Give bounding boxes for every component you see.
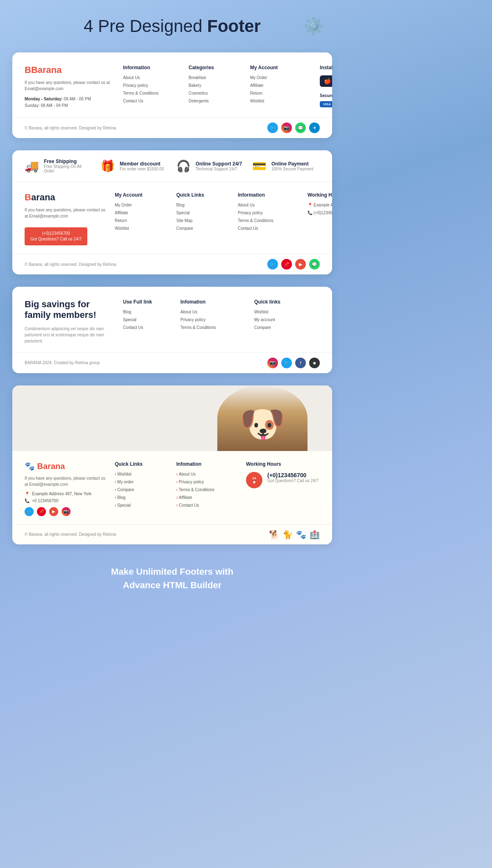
footer3-copyright: BARANA 2024. Created by Retrina group: [25, 360, 100, 365]
footer1-link-terms[interactable]: Terms & Conditions: [123, 91, 180, 95]
footer1-social: 🐦 📷 💬 ✈: [267, 122, 320, 133]
f3-instagram-icon[interactable]: 📷: [267, 358, 278, 368]
f4-youtube-icon[interactable]: ▶: [49, 507, 58, 516]
footer3-terms[interactable]: Terms & Conditions: [180, 325, 246, 330]
footer2-sitemap[interactable]: Site Map: [176, 218, 230, 223]
f4-instagram-icon[interactable]: 📷: [61, 507, 71, 516]
pet-icon-3: 🐾: [296, 530, 306, 539]
footer1-link-contact[interactable]: Contact Us: [123, 99, 180, 103]
footer2-contact[interactable]: Contact Us: [238, 226, 299, 231]
footer2-body: Barana If you have any questions, please…: [12, 182, 332, 254]
footer4-contact[interactable]: Contact Us: [176, 503, 238, 508]
telegram-icon[interactable]: ✈: [309, 122, 320, 133]
footer3-quicklinks-col: Quick links Wishlist My account Compare: [254, 299, 312, 344]
footer1-copyright: © Barana, all rights reserved. Designed …: [25, 126, 116, 130]
footer4-terms[interactable]: Terms & Conditions: [176, 487, 238, 492]
footer1-link-privacy[interactable]: Privacy policy: [123, 83, 180, 88]
footer2-info-title: Information: [238, 192, 299, 198]
dog-emoji: 🐶: [239, 403, 285, 446]
footer1-cat-title: Categories: [189, 65, 242, 70]
footer2-phone: 📞 (+0)123456700: [308, 211, 332, 215]
footer3-compare[interactable]: Compare: [254, 325, 312, 330]
footer4-wishlist[interactable]: Wishlist: [115, 472, 168, 476]
footer3-special[interactable]: Special: [123, 317, 172, 322]
footer2-social: 🐦 📌 ▶ 💬: [267, 259, 320, 270]
footer2-about[interactable]: About Us: [238, 203, 299, 207]
pet-icon-2: 🐈: [282, 530, 293, 539]
f3-dark-icon[interactable]: ■: [309, 358, 320, 368]
footer2-special[interactable]: Special: [176, 211, 230, 215]
f2-youtube-icon[interactable]: ▶: [295, 259, 306, 270]
footer1-install-title: Install App: [320, 65, 332, 70]
footer4-compare[interactable]: Compare: [115, 487, 168, 492]
payment-title: Secured Payment Gateways: [320, 93, 332, 98]
feature-shipping: 🚚 Free Shipping Free Shipping On All Ord…: [25, 159, 92, 173]
footer1-link-breakfast[interactable]: Breakfast: [189, 75, 242, 80]
app-store-btn[interactable]: 🍎 Download on the App Store: [320, 75, 332, 87]
footer1-link-about[interactable]: About Us: [123, 75, 180, 80]
call-button[interactable]: (+0)123456700 Got Questions? Call us 24/…: [25, 227, 87, 245]
footer4-affiliate[interactable]: Affiliate: [176, 495, 238, 500]
footer4-quicklinks-col: Quick Links Wishlist My order Compare Bl…: [115, 461, 168, 516]
footer4-phone-row: 📞 +0 123456700: [25, 499, 107, 503]
footer4-bottom: © Barana, all rights reserved. Designed …: [12, 524, 332, 544]
f3-facebook-icon[interactable]: f: [295, 358, 306, 368]
footer1-link-affiliate[interactable]: Affiliate: [250, 83, 312, 88]
f2-twitter-icon[interactable]: 🐦: [267, 259, 278, 270]
footer3-usefullink-title: Use Full link: [123, 299, 172, 305]
footer1-link-myorder[interactable]: My Order: [250, 75, 312, 80]
footer3-blog[interactable]: Blog: [123, 310, 172, 314]
footer2-wishlist[interactable]: Wishlist: [115, 226, 168, 231]
footer2-terms[interactable]: Terms & Conditions: [238, 218, 299, 223]
footer4-blog[interactable]: Blog: [115, 495, 168, 500]
footer2-return[interactable]: Return: [115, 218, 168, 223]
footer2-affiliate[interactable]: Affiliate: [115, 211, 168, 215]
feature2-title: Member discount: [120, 161, 164, 167]
footer3-wishlist[interactable]: Wishlist: [254, 310, 312, 314]
footer1-hours: Monday - Saturday: 08 AM - 06 PM Sunday:…: [25, 96, 115, 109]
footer2-myorder[interactable]: My Order: [115, 203, 168, 207]
instagram-icon[interactable]: 📷: [281, 122, 292, 133]
footer2-quicklinks-title: Quick Links: [176, 192, 230, 198]
footer3-about[interactable]: About Us: [180, 310, 246, 314]
footer2-copyright: © Barana, all rights reserved. Designed …: [25, 262, 116, 267]
footer4-brand-col: 🐾 Barana If you have any questions, plea…: [25, 461, 107, 516]
footer1-link-cosmetics[interactable]: Cosmetics: [189, 91, 242, 95]
f4-pinterest-icon[interactable]: 📌: [37, 507, 46, 516]
page-header: 4 Pre Designed Footer ⚙️: [12, 16, 332, 36]
footer1-link-return[interactable]: Return: [250, 91, 312, 95]
footer4-privacy[interactable]: Privacy policy: [176, 480, 238, 484]
footer4-myorder[interactable]: My order: [115, 480, 168, 484]
footer1-link-bakery[interactable]: Bakery: [189, 83, 242, 88]
truck-icon: 🚚: [25, 159, 39, 173]
footer1-account-col: My Account My Order Affiliate Return Wis…: [250, 65, 312, 109]
footer1-bottom: © Barana, all rights reserved. Designed …: [12, 117, 332, 138]
footer4-body: 🐾 Barana If you have any questions, plea…: [12, 451, 332, 524]
footer4-special[interactable]: Special: [115, 503, 168, 508]
footer1-link-wishlist[interactable]: Wishlist: [250, 99, 312, 103]
hours-cta: Got Questions? Call us 24/7: [267, 478, 319, 483]
footer3-privacy[interactable]: Privacy policy: [180, 317, 246, 322]
feature3-desc: Technical Support 24/7: [196, 167, 242, 171]
footer2-compare[interactable]: Compare: [176, 226, 230, 231]
footer4-about[interactable]: About Us: [176, 472, 238, 476]
feature4-desc: 100% Secure Payment: [271, 167, 313, 171]
footer2-hours-col: Working Hours 📍 Example Adress 487, New …: [308, 192, 332, 245]
footer2-privacy[interactable]: Privacy policy: [238, 211, 299, 215]
footer2-blog[interactable]: Blog: [176, 203, 230, 207]
footer1-link-detergents[interactable]: Detergents: [189, 99, 242, 103]
headset-icon: 🎧: [176, 159, 191, 173]
footer2-desc: If you have any questions, please contac…: [25, 207, 107, 219]
footer2-account-col: My Account My Order Affiliate Return Wis…: [115, 192, 168, 245]
footer4-hero: 🐶: [12, 385, 332, 451]
f2-whatsapp-icon[interactable]: 💬: [309, 259, 320, 270]
gear-icon: ⚙️: [303, 16, 324, 36]
footer3-contact[interactable]: Contact Us: [123, 325, 172, 330]
f3-twitter-icon[interactable]: 🐦: [281, 358, 292, 368]
whatsapp-icon[interactable]: 💬: [295, 122, 306, 133]
f4-twitter-icon[interactable]: 🐦: [25, 507, 34, 516]
f2-pinterest-icon[interactable]: 📌: [281, 259, 292, 270]
footer3-myaccount[interactable]: My account: [254, 317, 312, 322]
twitter-icon[interactable]: 🐦: [267, 122, 278, 133]
footer-card-4: 🐶 🐾 Barana If you have any questions, pl…: [12, 385, 332, 544]
